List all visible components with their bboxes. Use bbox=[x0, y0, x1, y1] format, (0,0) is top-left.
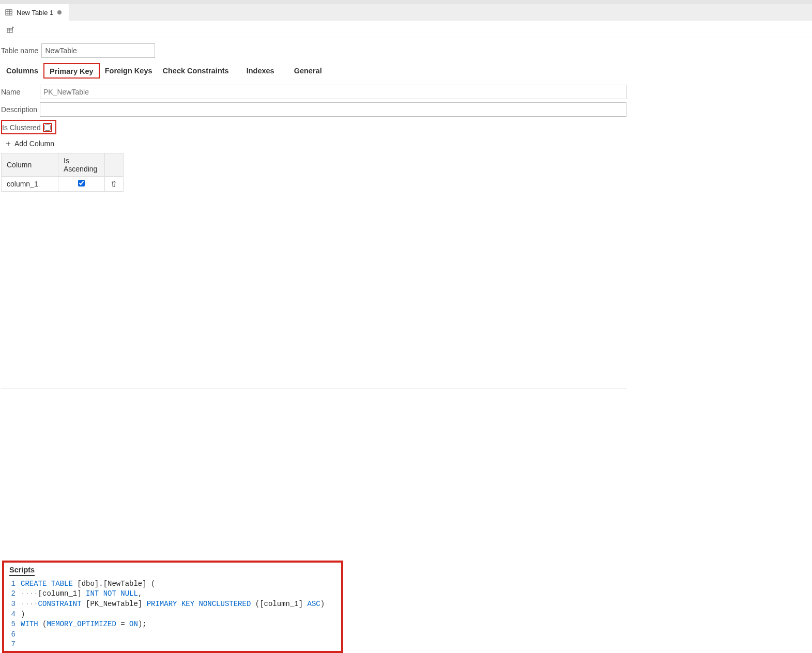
pk-name-label: Name bbox=[1, 88, 40, 96]
designer-tabs: Columns Primary Key Foreign Keys Check C… bbox=[1, 63, 626, 79]
code-line: 3····CONSTRAINT [PK_NewTable] PRIMARY KE… bbox=[9, 599, 337, 610]
tab-foreign-keys[interactable]: Foreign Keys bbox=[100, 64, 158, 78]
pk-name-input[interactable] bbox=[40, 85, 626, 99]
tab-general[interactable]: General bbox=[289, 64, 327, 78]
tab-check-constraints[interactable]: Check Constraints bbox=[158, 64, 234, 78]
script-editor[interactable]: 1CREATE TABLE [dbo].[NewTable] (2····[co… bbox=[9, 579, 337, 650]
col-header-column: Column bbox=[2, 153, 58, 177]
document-tab-label: New Table 1 bbox=[17, 9, 53, 17]
document-tab[interactable]: New Table 1 bbox=[0, 4, 69, 21]
add-column-label: Add Column bbox=[14, 139, 54, 148]
line-number: 6 bbox=[9, 630, 21, 640]
col-header-ascending: Is Ascending bbox=[58, 153, 105, 177]
code-line-content: WITH (MEMORY_OPTIMIZED = ON); bbox=[21, 619, 147, 630]
table-name-input[interactable] bbox=[41, 43, 155, 58]
svg-rect-0 bbox=[6, 10, 12, 15]
cell-delete bbox=[105, 177, 124, 192]
table-row[interactable]: column_1 bbox=[2, 177, 124, 192]
pk-columns-table: Column Is Ascending column_1 bbox=[1, 153, 124, 192]
line-number: 3 bbox=[9, 599, 21, 610]
table-header-row: Column Is Ascending bbox=[2, 153, 124, 177]
add-column-button[interactable]: ＋ Add Column bbox=[1, 137, 57, 150]
publish-button[interactable] bbox=[4, 23, 17, 36]
code-line-content: CREATE TABLE [dbo].[NewTable] ( bbox=[21, 579, 155, 589]
plus-icon: ＋ bbox=[4, 139, 12, 148]
code-line: 5WITH (MEMORY_OPTIMIZED = ON); bbox=[9, 619, 337, 630]
line-number: 5 bbox=[9, 619, 21, 630]
line-number: 1 bbox=[9, 579, 21, 589]
pk-description-input[interactable] bbox=[40, 102, 626, 117]
trash-icon[interactable] bbox=[110, 180, 118, 188]
tab-columns[interactable]: Columns bbox=[1, 64, 43, 78]
code-line-content: ····CONSTRAINT [PK_NewTable] PRIMARY KEY… bbox=[21, 599, 325, 610]
document-tabstrip: New Table 1 bbox=[0, 4, 812, 21]
tab-primary-key[interactable]: Primary Key bbox=[43, 63, 100, 79]
table-name-label: Table name bbox=[1, 46, 41, 55]
code-line-content: ····[column_1] INT NOT NULL, bbox=[21, 589, 142, 599]
pk-description-row: Description bbox=[1, 102, 626, 117]
is-ascending-checkbox[interactable] bbox=[78, 180, 85, 186]
window-titlebar bbox=[0, 0, 812, 4]
table-name-row: Table name bbox=[1, 43, 626, 58]
scripts-tab[interactable]: Scripts bbox=[9, 566, 35, 576]
unsaved-dot-icon bbox=[57, 10, 62, 14]
code-line: 7 bbox=[9, 640, 337, 650]
is-clustered-checkbox[interactable] bbox=[44, 125, 51, 131]
scripts-panel: Scripts 1CREATE TABLE [dbo].[NewTable] (… bbox=[2, 561, 343, 653]
code-line: 1CREATE TABLE [dbo].[NewTable] ( bbox=[9, 579, 337, 589]
is-clustered-highlight bbox=[43, 123, 52, 132]
cell-column-name[interactable]: column_1 bbox=[2, 177, 58, 192]
code-line-content: ) bbox=[21, 610, 25, 620]
col-header-actions bbox=[105, 153, 124, 177]
tab-indexes[interactable]: Indexes bbox=[241, 64, 280, 78]
designer-toolbar bbox=[0, 21, 812, 38]
designer-content: Table name Columns Primary Key Foreign K… bbox=[0, 38, 631, 388]
pk-description-label: Description bbox=[1, 105, 40, 114]
code-line: 2····[column_1] INT NOT NULL, bbox=[9, 589, 337, 599]
table-icon bbox=[5, 9, 12, 16]
code-line: 4) bbox=[9, 610, 337, 620]
svg-rect-5 bbox=[7, 28, 12, 33]
line-number: 7 bbox=[9, 640, 21, 650]
is-clustered-label: Is Clustered bbox=[2, 123, 41, 132]
cell-is-ascending bbox=[58, 177, 105, 192]
spacer bbox=[0, 388, 812, 561]
line-number: 4 bbox=[9, 610, 21, 620]
code-line: 6 bbox=[9, 630, 337, 640]
line-number: 2 bbox=[9, 589, 21, 599]
pk-name-row: Name bbox=[1, 85, 626, 99]
is-clustered-field: Is Clustered bbox=[1, 120, 56, 134]
